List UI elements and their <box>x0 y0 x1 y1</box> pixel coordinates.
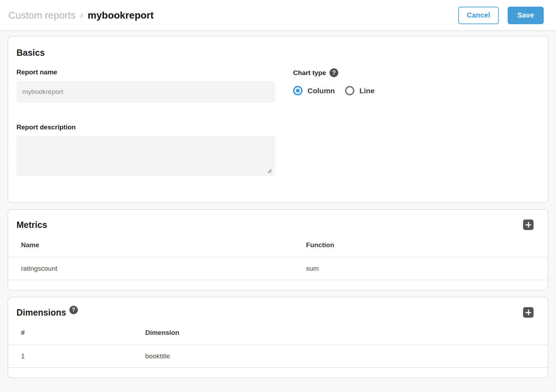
plus-icon <box>523 307 534 318</box>
radio-button-icon <box>293 86 303 95</box>
plus-icon <box>523 219 534 230</box>
report-description-wrap <box>16 136 275 176</box>
dimensions-head-title: Dimensions ? <box>16 307 78 318</box>
report-description-textarea[interactable] <box>16 136 275 176</box>
chart-type-radio-column[interactable]: Column <box>293 86 335 95</box>
dimensions-card-head: Dimensions ? <box>8 297 548 318</box>
dimensions-table-row[interactable]: 1 booktitle <box>8 345 548 368</box>
add-metric-button[interactable] <box>523 219 534 230</box>
chart-type-radio-line[interactable]: Line <box>345 86 374 95</box>
dimension-index-cell: 1 <box>8 345 132 368</box>
dimensions-table-header-row: # Dimension <box>8 320 548 345</box>
metrics-head-title: Metrics <box>16 220 47 230</box>
cancel-button[interactable]: Cancel <box>458 7 499 24</box>
breadcrumb: Custom reports › mybookreport <box>8 10 154 21</box>
metrics-column-header-name: Name <box>8 233 293 257</box>
chart-type-option-label: Column <box>307 87 335 95</box>
chart-type-group: Chart type ? Column Line <box>293 68 374 176</box>
dimensions-card: Dimensions ? # Dimension 1 booktitle <box>8 297 548 378</box>
basics-grid: Report name Report description <box>16 68 540 176</box>
metrics-card: Metrics Name Function ratingscount sum <box>8 209 548 290</box>
dimensions-help-icon[interactable]: ? <box>69 306 78 314</box>
resize-handle-icon[interactable] <box>267 168 272 174</box>
chart-type-label-row: Chart type ? <box>293 68 374 77</box>
metrics-column-header-function: Function <box>293 233 548 257</box>
report-description-label: Report description <box>16 123 275 131</box>
report-description-field-group: Report description <box>16 123 275 176</box>
basics-left-column: Report name Report description <box>16 68 275 176</box>
radio-button-icon <box>345 86 354 95</box>
chart-type-option-label: Line <box>359 87 374 95</box>
report-name-label: Report name <box>16 68 275 76</box>
page-title: mybookreport <box>88 10 154 21</box>
add-dimension-button[interactable] <box>523 307 534 318</box>
metrics-section-title: Metrics <box>16 220 47 230</box>
chart-type-radio-group: Column Line <box>293 86 374 95</box>
report-editor: Basics Report name Report description <box>0 31 556 382</box>
metrics-table-row[interactable]: ratingscount sum <box>8 257 548 280</box>
topbar-actions: Cancel Save <box>458 7 544 24</box>
metric-name-cell: ratingscount <box>8 257 293 280</box>
report-name-input[interactable] <box>16 81 275 103</box>
basics-card: Basics Report name Report description <box>8 36 548 203</box>
save-button[interactable]: Save <box>508 7 544 24</box>
report-name-field-group: Report name <box>16 68 275 103</box>
dimension-name-cell: booktitle <box>132 345 548 368</box>
breadcrumb-parent-link[interactable]: Custom reports <box>8 10 75 21</box>
chart-type-label: Chart type <box>293 69 326 77</box>
dimensions-column-header-index: # <box>8 320 132 345</box>
chevron-right-icon: › <box>80 10 83 21</box>
metrics-table: Name Function ratingscount sum <box>8 233 548 280</box>
metrics-table-header-row: Name Function <box>8 233 548 257</box>
dimensions-column-header-dimension: Dimension <box>132 320 548 345</box>
basics-section-title: Basics <box>16 48 540 58</box>
dimensions-section-title: Dimensions <box>16 307 66 318</box>
metrics-card-head: Metrics <box>8 210 548 230</box>
chart-type-help-icon[interactable]: ? <box>330 68 338 77</box>
metric-function-cell: sum <box>293 257 548 280</box>
dimensions-table: # Dimension 1 booktitle <box>8 320 548 368</box>
topbar: Custom reports › mybookreport Cancel Sav… <box>0 0 556 31</box>
